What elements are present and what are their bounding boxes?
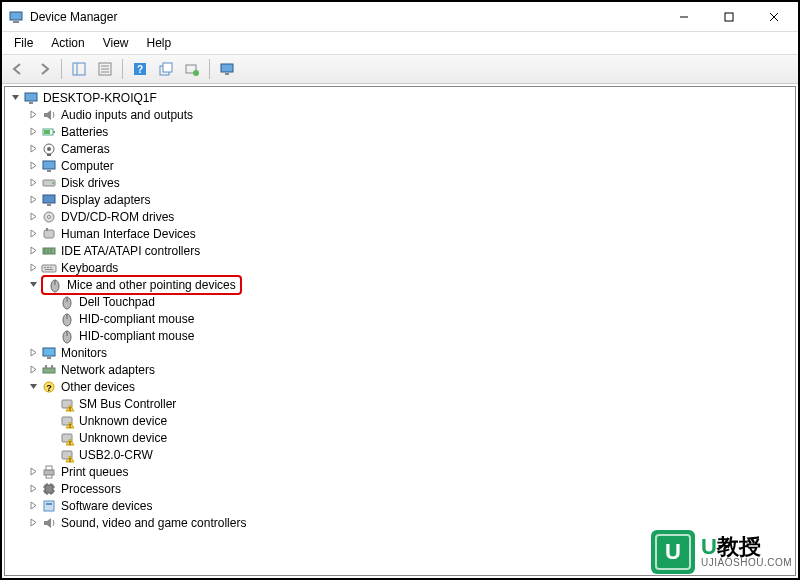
action-button[interactable]: [154, 57, 178, 81]
expander-icon[interactable]: [9, 92, 21, 104]
tree-device[interactable]: HID-compliant mouse: [5, 327, 795, 344]
expander-icon[interactable]: [27, 500, 39, 512]
svg-point-35: [48, 215, 51, 218]
properties-button[interactable]: [93, 57, 117, 81]
tree-category[interactable]: Processors: [5, 480, 795, 497]
back-button[interactable]: [6, 57, 30, 81]
tree-device[interactable]: !Unknown device: [5, 412, 795, 429]
tree-category[interactable]: Computer: [5, 157, 795, 174]
tree-device[interactable]: !Unknown device: [5, 429, 795, 446]
svg-rect-19: [225, 73, 229, 75]
titlebar-left: Device Manager: [8, 9, 117, 25]
tree-category[interactable]: Network adapters: [5, 361, 795, 378]
tree-device[interactable]: HID-compliant mouse: [5, 310, 795, 327]
devices-button[interactable]: [215, 57, 239, 81]
svg-rect-37: [46, 228, 48, 231]
expander-icon[interactable]: [27, 194, 39, 206]
show-hide-tree-button[interactable]: [67, 57, 91, 81]
svg-rect-24: [44, 130, 50, 134]
maximize-button[interactable]: [706, 3, 751, 31]
menu-help[interactable]: Help: [139, 34, 180, 52]
sound-icon: [41, 515, 57, 531]
svg-text:?: ?: [46, 383, 52, 393]
expander-icon[interactable]: [27, 364, 39, 376]
window-controls: [661, 3, 796, 31]
category-label: Batteries: [61, 125, 108, 139]
svg-rect-28: [43, 161, 55, 169]
tree-device[interactable]: !SM Bus Controller: [5, 395, 795, 412]
tree-category[interactable]: DVD/CD-ROM drives: [5, 208, 795, 225]
tree-category[interactable]: Software devices: [5, 497, 795, 514]
expander-icon[interactable]: [27, 347, 39, 359]
hid-icon: [41, 226, 57, 242]
tree-category[interactable]: Batteries: [5, 123, 795, 140]
printer-icon: [41, 464, 57, 480]
close-button[interactable]: [751, 3, 796, 31]
help-button[interactable]: ?: [128, 57, 152, 81]
tree-category[interactable]: Print queues: [5, 463, 795, 480]
expander-icon[interactable]: [27, 143, 39, 155]
svg-rect-76: [46, 475, 52, 478]
menu-action[interactable]: Action: [43, 34, 92, 52]
tree-category[interactable]: Display adapters: [5, 191, 795, 208]
svg-rect-18: [221, 64, 233, 72]
tree-category[interactable]: Human Interface Devices: [5, 225, 795, 242]
svg-rect-46: [45, 269, 53, 270]
window-title: Device Manager: [30, 10, 117, 24]
expander-icon[interactable]: [27, 211, 39, 223]
tree-category[interactable]: ?Other devices: [5, 378, 795, 395]
warning-icon: !: [59, 413, 75, 429]
tree-device[interactable]: !USB2.0-CRW: [5, 446, 795, 463]
svg-rect-43: [44, 267, 46, 268]
expander-icon[interactable]: [27, 483, 39, 495]
expander-icon[interactable]: [27, 228, 39, 240]
minimize-button[interactable]: [661, 3, 706, 31]
expander-icon[interactable]: [27, 126, 39, 138]
tree-category[interactable]: Keyboards: [5, 259, 795, 276]
titlebar: Device Manager: [2, 2, 798, 32]
tree-category[interactable]: Cameras: [5, 140, 795, 157]
dvd-icon: [41, 209, 57, 225]
tree-category[interactable]: Mice and other pointing devices: [5, 276, 795, 293]
toolbar: ?: [2, 54, 798, 84]
expander-icon[interactable]: [27, 245, 39, 257]
root-label: DESKTOP-KROIQ1F: [43, 91, 157, 105]
svg-point-26: [47, 147, 51, 151]
expander-icon[interactable]: [27, 160, 39, 172]
tree-category[interactable]: Audio inputs and outputs: [5, 106, 795, 123]
toolbar-separator: [209, 59, 210, 79]
svg-rect-15: [163, 63, 172, 72]
tree-category[interactable]: Monitors: [5, 344, 795, 361]
svg-rect-86: [44, 501, 54, 511]
menu-file[interactable]: File: [6, 34, 41, 52]
expander-icon[interactable]: [27, 466, 39, 478]
expander-icon[interactable]: [27, 279, 39, 291]
tree-category[interactable]: Sound, video and game controllers: [5, 514, 795, 531]
svg-rect-36: [44, 230, 54, 238]
watermark-text: U教授 UJIAOSHOU.COM: [701, 536, 792, 568]
tree-category[interactable]: IDE ATA/ATAPI controllers: [5, 242, 795, 259]
expander-icon[interactable]: [27, 177, 39, 189]
svg-rect-32: [43, 195, 55, 203]
category-label: IDE ATA/ATAPI controllers: [61, 244, 200, 258]
svg-rect-44: [47, 267, 49, 268]
category-label: Monitors: [61, 346, 107, 360]
svg-rect-59: [51, 365, 53, 368]
tree-device[interactable]: Dell Touchpad: [5, 293, 795, 310]
tree-category[interactable]: Disk drives: [5, 174, 795, 191]
expander-icon[interactable]: [27, 262, 39, 274]
menu-view[interactable]: View: [95, 34, 137, 52]
expander-icon[interactable]: [27, 517, 39, 529]
svg-rect-56: [47, 357, 51, 359]
device-tree[interactable]: DESKTOP-KROIQ1FAudio inputs and outputsB…: [4, 86, 796, 576]
svg-rect-20: [25, 93, 37, 101]
expander-icon[interactable]: [27, 381, 39, 393]
device-manager-window: Device Manager File Action View Help ? D…: [0, 0, 800, 580]
tree-root[interactable]: DESKTOP-KROIQ1F: [5, 89, 795, 106]
expander-icon[interactable]: [27, 109, 39, 121]
svg-rect-23: [53, 131, 55, 133]
forward-button[interactable]: [32, 57, 56, 81]
category-label: Sound, video and game controllers: [61, 516, 246, 530]
scan-button[interactable]: [180, 57, 204, 81]
category-label: Network adapters: [61, 363, 155, 377]
